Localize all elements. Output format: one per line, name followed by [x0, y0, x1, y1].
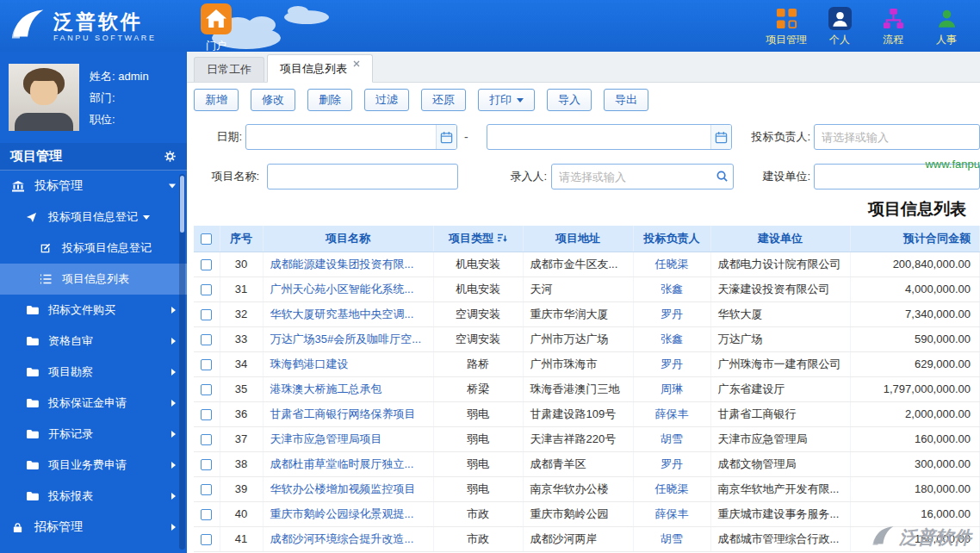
project-name-link[interactable]: 成都沙河环境综合提升改造... [270, 532, 414, 545]
row-checkbox[interactable] [201, 309, 212, 320]
row-checkbox[interactable] [201, 534, 212, 545]
add-button[interactable]: 新增 [194, 89, 239, 111]
col-contract-amount[interactable]: 预计合同金额 [850, 226, 980, 252]
table-row[interactable]: 35 港珠澳大桥施工总承包 桥梁 珠海香港澳门三地 周琳 广东省建设厅 1,79… [194, 376, 980, 401]
sidebar-item-tender-doc-purchase[interactable]: 招标文件购买 [0, 295, 187, 326]
export-button[interactable]: 导出 [604, 89, 648, 111]
col-project-type[interactable]: 项目类型 [433, 226, 523, 252]
search-icon[interactable] [716, 170, 729, 183]
row-checkbox[interactable] [201, 484, 212, 495]
col-project-name[interactable]: 项目名称 [263, 226, 433, 252]
col-project-address[interactable]: 项目地址 [523, 226, 633, 252]
bid-manager-link[interactable]: 罗丹 [661, 457, 683, 470]
sidebar-item-bid-opening-record[interactable]: 开标记录 [0, 419, 187, 450]
bid-manager-link[interactable]: 任晓渠 [655, 258, 689, 270]
sidebar-item-qualification-self-check[interactable]: 资格自审 [0, 326, 187, 357]
project-name-link[interactable]: 珠海鹤港口建设 [270, 357, 349, 370]
project-name-link[interactable]: 重庆市鹅岭公园绿化景观提... [270, 507, 414, 520]
bid-manager-link[interactable]: 张鑫 [661, 332, 683, 345]
row-checkbox[interactable] [201, 284, 212, 295]
row-checkbox[interactable] [201, 409, 212, 420]
date-to-input[interactable] [487, 124, 732, 150]
project-name-link[interactable]: 港珠澳大桥施工总承包 [270, 382, 382, 395]
bid-manager-input[interactable] [814, 124, 980, 150]
calendar-icon[interactable] [436, 125, 456, 149]
row-checkbox[interactable] [201, 359, 212, 370]
sidebar-item-tender-management[interactable]: 招标管理 [0, 512, 187, 543]
col-bid-manager[interactable]: 投标负责人 [633, 226, 710, 252]
table-row[interactable]: 30 成都能源建设集团投资有限... 机电安装 成都市金牛区友... 任晓渠 成… [194, 252, 980, 276]
sidebar-item-project-business-fee-apply[interactable]: 项目业务费申请 [0, 450, 187, 481]
project-name-link[interactable]: 华软大厦研究基地中央空调... [270, 308, 414, 320]
sidebar-item-bid-project-info-register[interactable]: 投标项目信息登记 [0, 233, 187, 264]
bid-manager-link[interactable]: 周琳 [661, 382, 683, 395]
table-row[interactable]: 37 天津市应急管理局项目 弱电 天津吉祥路220号 胡雪 天津市应急管理局 1… [194, 426, 980, 451]
table-row[interactable]: 38 成都杜甫草堂临时展厅独立... 弱电 成都青羊区 罗丹 成都文物管理局 3… [194, 451, 980, 476]
sidebar-item-bid-project-info-register-group[interactable]: 投标项目信息登记 [0, 202, 187, 233]
close-icon[interactable] [353, 60, 360, 67]
row-checkbox[interactable] [201, 434, 212, 445]
import-button[interactable]: 导入 [547, 89, 592, 111]
sidebar-scrollbar-thumb[interactable] [180, 176, 184, 233]
select-all-checkbox[interactable] [201, 233, 212, 245]
date-from-input[interactable] [245, 124, 457, 150]
table-row[interactable]: 31 广州天心苑小区智能化系统... 机电安装 天河 张鑫 天濠建设投资有限公司… [194, 276, 980, 301]
sidebar-item-bid-bond-apply[interactable]: 投标保证金申请 [0, 388, 187, 419]
project-name-link[interactable]: 华软办公楼增加视频监控项目 [270, 482, 416, 495]
table-row[interactable]: 32 华软大厦研究基地中央空调... 空调安装 重庆市华润大厦 罗丹 华软大厦 … [194, 301, 980, 326]
cell-type: 机电安装 [433, 252, 523, 276]
table-row[interactable]: 36 甘肃省工商银行网络保养项目 弱电 甘肃建设路109号 薛保丰 甘肃省工商银… [194, 401, 980, 426]
bid-manager-link[interactable]: 罗丹 [661, 357, 683, 370]
sidebar-item-bid-management[interactable]: 投标管理 [0, 171, 187, 202]
topbar-nav: 项目管理 个人 [760, 3, 973, 47]
table-row[interactable]: 33 万达广场35#会所及咖啡厅空... 空调安装 广州市万达广场 张鑫 万达广… [194, 326, 980, 351]
restore-button[interactable]: 还原 [421, 89, 466, 111]
bid-manager-link[interactable]: 罗丹 [661, 308, 683, 320]
nav-item-process[interactable]: 流程 [866, 3, 920, 47]
row-checkbox[interactable] [201, 259, 212, 270]
cell-unit: 广东省建设厅 [710, 376, 850, 401]
sidebar-item-bid-report[interactable]: 投标报表 [0, 481, 187, 512]
sort-icon[interactable] [497, 233, 507, 245]
table-row[interactable]: 39 华软办公楼增加视频监控项目 弱电 南京华软办公楼 任晓渠 南京华软地产开发… [194, 476, 980, 501]
bid-manager-link[interactable]: 胡雪 [661, 432, 683, 445]
bid-manager-link[interactable]: 任晓渠 [655, 482, 689, 495]
portal-button[interactable]: 门户 [196, 3, 236, 53]
nav-item-personal[interactable]: 个人 [813, 3, 866, 47]
cell-type: 弱电 [433, 476, 523, 501]
filter-button[interactable]: 过滤 [364, 89, 409, 111]
col-build-unit[interactable]: 建设单位 [710, 226, 850, 252]
project-name-link[interactable]: 成都能源建设集团投资有限... [270, 258, 414, 270]
row-checkbox[interactable] [201, 459, 212, 470]
nav-item-project-management[interactable]: 项目管理 [760, 3, 813, 47]
edit-button[interactable]: 修改 [251, 89, 295, 111]
project-name-input[interactable] [267, 164, 458, 190]
print-button[interactable]: 打印 [478, 89, 535, 111]
tab-daily-work[interactable]: 日常工作 [194, 57, 264, 82]
sidebar-item-project-survey[interactable]: 项目勘察 [0, 357, 187, 388]
project-name-link[interactable]: 成都杜甫草堂临时展厅独立... [270, 457, 414, 470]
project-name-link[interactable]: 万达广场35#会所及咖啡厅空... [270, 332, 422, 345]
bid-manager-link[interactable]: 张鑫 [661, 283, 683, 295]
col-no[interactable]: 序号 [220, 226, 263, 252]
delete-button[interactable]: 删除 [307, 89, 352, 111]
sidebar-scrollbar[interactable] [179, 174, 185, 550]
recorder-input[interactable] [551, 164, 734, 190]
row-checkbox[interactable] [201, 384, 212, 395]
calendar-icon[interactable] [710, 125, 731, 149]
row-checkbox[interactable] [201, 509, 212, 520]
table-row[interactable]: 40 重庆市鹅岭公园绿化景观提... 市政 重庆市鹅岭公园 薛保丰 重庆城市建设… [194, 501, 980, 526]
row-checkbox[interactable] [201, 334, 212, 345]
project-name-link[interactable]: 广州天心苑小区智能化系统... [270, 283, 414, 295]
gear-icon[interactable] [164, 150, 177, 163]
table-row[interactable]: 34 珠海鹤港口建设 路桥 广州市珠海市 罗丹 广州珠海市一建有限公司 629,… [194, 351, 980, 376]
table-row[interactable]: 41 成都沙河环境综合提升改造... 市政 成都沙河两岸 胡雪 成都城市管理综合… [194, 526, 980, 551]
nav-item-hr[interactable]: 人事 [920, 3, 973, 47]
project-name-link[interactable]: 天津市应急管理局项目 [270, 432, 382, 445]
bid-manager-link[interactable]: 薛保丰 [655, 407, 689, 420]
tab-project-info-list[interactable]: 项目信息列表 [267, 54, 373, 83]
sidebar-item-project-info-list[interactable]: 项目信息列表 [0, 264, 187, 295]
bid-manager-link[interactable]: 薛保丰 [655, 507, 689, 520]
project-name-link[interactable]: 甘肃省工商银行网络保养项目 [270, 407, 416, 420]
bid-manager-link[interactable]: 胡雪 [661, 532, 683, 545]
